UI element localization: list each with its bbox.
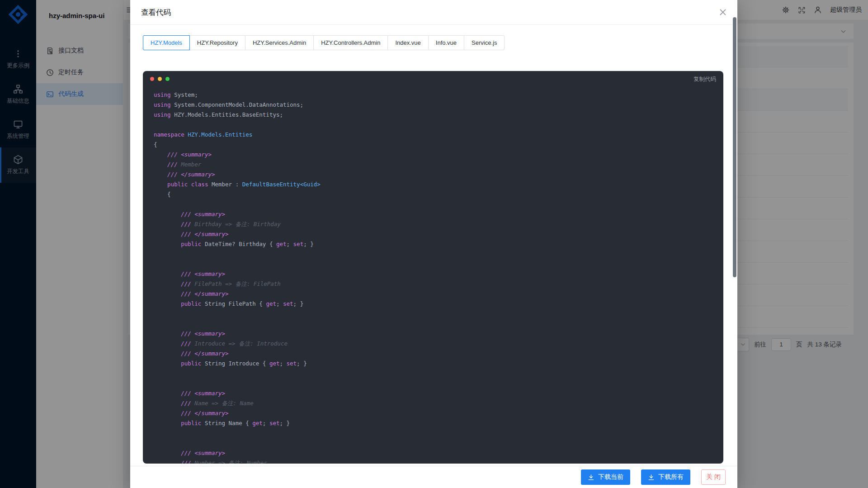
code-line: /// </summary> <box>154 229 720 239</box>
code-line: public String Introduce { get; set; } <box>154 359 720 369</box>
code-line: /// Introduce => 备注: Introduce <box>154 339 720 349</box>
code-line: /// FilePath => 备注: FilePath <box>154 279 720 289</box>
code-line <box>154 120 720 130</box>
download-current-button[interactable]: 下载当前 <box>581 469 630 485</box>
code-tabs: HZY.ModelsHZY.RepositoryHZY.Services.Adm… <box>143 35 505 50</box>
code-line: /// <summary> <box>154 448 720 458</box>
dot-green-icon <box>165 77 170 81</box>
code-line <box>154 379 720 389</box>
code-line: { <box>154 140 720 150</box>
tab-service-js[interactable]: Service.js <box>464 35 505 50</box>
code-line: /// Member <box>154 160 720 170</box>
code-line <box>154 438 720 448</box>
code-line: /// Birthday => 备注: Birthday <box>154 219 720 229</box>
code-line <box>154 369 720 379</box>
download-all-label: 下载所有 <box>658 473 684 481</box>
code-line: using System.ComponentModel.DataAnnotati… <box>154 100 720 110</box>
dot-red-icon <box>150 77 154 81</box>
code-line: /// </summary> <box>154 408 720 418</box>
download-icon <box>648 474 655 481</box>
view-code-modal: 查看代码 HZY.ModelsHZY.RepositoryHZY.Service… <box>130 0 737 488</box>
code-line <box>154 309 720 319</box>
tab-index-vue[interactable]: Index.vue <box>387 35 428 50</box>
download-current-label: 下载当前 <box>598 473 623 481</box>
code-line: public class Member : DefaultBaseEntity<… <box>154 180 720 190</box>
code-line: namespace HZY.Models.Entities <box>154 130 720 140</box>
code-line: using System; <box>154 90 720 100</box>
code-line <box>154 319 720 329</box>
tab-info-vue[interactable]: Info.vue <box>428 35 464 50</box>
code-line <box>154 199 720 209</box>
download-icon <box>588 474 594 481</box>
code-content[interactable]: using System;using System.ComponentModel… <box>154 90 720 464</box>
code-line: /// </summary> <box>154 289 720 299</box>
code-line: /// <summary> <box>154 389 720 398</box>
code-line <box>154 249 720 259</box>
tab-hzy-models[interactable]: HZY.Models <box>143 35 190 50</box>
code-line: /// </summary> <box>154 349 720 359</box>
close-icon[interactable] <box>718 8 727 17</box>
code-line: using HZY.Models.Entities.BaseEntitys; <box>154 110 720 120</box>
tab-hzy-controllers-admin[interactable]: HZY.Controllers.Admin <box>313 35 388 50</box>
code-line: { <box>154 190 720 199</box>
tab-hzy-repository[interactable]: HZY.Repository <box>189 35 245 50</box>
download-all-button[interactable]: 下载所有 <box>641 469 690 485</box>
modal-header: 查看代码 <box>130 0 737 25</box>
window-dots <box>150 77 170 81</box>
modal-title: 查看代码 <box>141 8 171 18</box>
code-line: /// </summary> <box>154 170 720 180</box>
code-line: /// <summary> <box>154 329 720 339</box>
code-line: public String FilePath { get; set; } <box>154 299 720 309</box>
copy-code-button[interactable]: 复制代码 <box>693 76 716 83</box>
code-line <box>154 428 720 438</box>
code-line: public String Name { get; set; } <box>154 418 720 428</box>
code-line: /// <summary> <box>154 150 720 160</box>
code-line: public DateTime? Birthday { get; set; } <box>154 239 720 249</box>
code-line: /// Number => 备注: Number <box>154 458 720 464</box>
dot-yellow-icon <box>158 77 162 81</box>
close-button[interactable]: 关 闭 <box>701 469 726 485</box>
code-line: /// Name => 备注: Name <box>154 398 720 408</box>
app-root: 更多示例基础信息系统管理开发工具 hzy-admin-spa-ui 接口文档定时… <box>0 0 868 488</box>
code-line: /// <summary> <box>154 209 720 219</box>
code-viewer: 复制代码 using System;using System.Component… <box>143 71 723 464</box>
code-line <box>154 259 720 269</box>
modal-footer: 下载当前 下载所有 关 闭 <box>130 466 737 488</box>
modal-scrollbar-thumb[interactable] <box>733 17 736 277</box>
code-line: /// <summary> <box>154 269 720 279</box>
tab-hzy-services-admin[interactable]: HZY.Services.Admin <box>245 35 314 50</box>
